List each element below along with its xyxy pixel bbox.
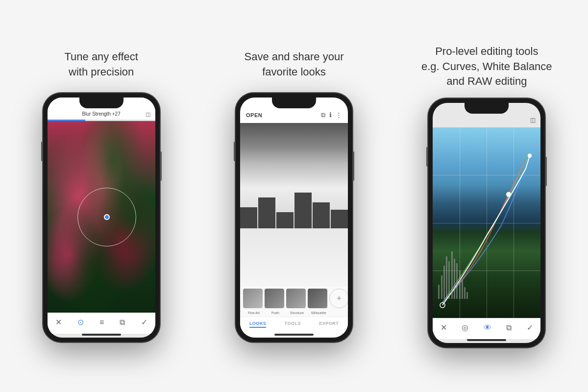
phone-2-screen: OPEN ⧉ ℹ ⋮ [240, 98, 348, 338]
caption-1-line2: with precision [69, 66, 134, 78]
nature-curves-image [433, 127, 540, 318]
cancel-icon[interactable]: ✕ [55, 318, 62, 327]
phone-3-screen: ◫ [433, 103, 540, 343]
phone1-screen: Blur Strength +27 ◫ [48, 98, 155, 338]
compare-icon-3: ◫ [530, 117, 536, 123]
eye-icon[interactable]: 👁 [484, 323, 491, 332]
phone2-bottom-nav: LOOKS TOOLS EXPORT [240, 317, 348, 334]
home-bar-3 [467, 339, 506, 341]
notch-2 [272, 98, 316, 108]
nav-looks[interactable]: LOOKS [249, 321, 267, 328]
curves-icon[interactable]: ◎ [462, 323, 468, 332]
phone-section-1: Tune any effect with precision Blur Stre… [11, 49, 192, 343]
look-thumb-2[interactable] [265, 289, 284, 308]
look-label-structure: Structure [286, 311, 308, 315]
look-label-fine-art: Fine Art [243, 311, 265, 315]
curve-midpoint-dot [506, 192, 511, 197]
blur-dot-handle[interactable] [104, 214, 110, 220]
main-container: Tune any effect with precision Blur Stre… [0, 0, 588, 392]
caption-2-line2: favorite looks [262, 66, 326, 78]
caption-2-line1: Save and share your [244, 50, 343, 63]
look-thumb-1[interactable] [243, 289, 263, 308]
caption-3: Pro-level editing tools e.g. Curves, Whi… [421, 44, 552, 89]
blur-circle[interactable] [77, 188, 136, 246]
blur-tool-icon[interactable]: ⊙ [77, 318, 84, 327]
phone-section-3: Pro-level editing tools e.g. Curves, Whi… [396, 44, 577, 348]
cancel-icon-3[interactable]: ✕ [441, 323, 447, 332]
blur-strength-label: Blur Strength +27 [82, 111, 121, 117]
phone-section-2: Save and share your favorite looks OPEN … [203, 49, 385, 343]
flower-image [48, 121, 155, 313]
phone3-toolbar: ✕ ◎ 👁 ⧉ ✓ [433, 318, 540, 339]
phone1-toolbar: ✕ ⊙ ≡ ⧉ ✓ [48, 313, 155, 334]
open-label[interactable]: OPEN [246, 112, 262, 118]
nav-export[interactable]: EXPORT [319, 321, 339, 328]
caption-1-line1: Tune any effect [64, 50, 138, 63]
phone2-screen: OPEN ⧉ ℹ ⋮ [240, 98, 348, 338]
caption-2: Save and share your favorite looks [244, 49, 343, 84]
look-thumb-3[interactable] [286, 289, 306, 308]
compare-icon: ◫ [146, 111, 150, 118]
bw-city-image [240, 123, 348, 285]
caption-3-line3: and RAW editing [446, 75, 527, 87]
histogram [438, 251, 470, 299]
phone-1: Blur Strength +27 ◫ [43, 93, 160, 343]
add-look-button[interactable]: + [329, 289, 348, 308]
looks-strip: + [240, 285, 348, 310]
notch-3 [465, 103, 509, 114]
home-bar-1 [82, 334, 121, 336]
more-icon[interactable]: ⋮ [336, 111, 342, 119]
layers-icon-2[interactable]: ⧉ [321, 111, 325, 119]
nav-tools[interactable]: TOOLS [285, 321, 301, 328]
adjustments-icon[interactable]: ≡ [99, 318, 104, 327]
caption-3-line2: e.g. Curves, White Balance [421, 60, 552, 73]
look-thumb-4[interactable] [308, 289, 327, 308]
phone2-top-icons: ⧉ ℹ ⋮ [321, 111, 342, 119]
layers-icon-3[interactable]: ⧉ [506, 323, 512, 332]
phone-2: OPEN ⧉ ℹ ⋮ [235, 93, 353, 343]
look-label-push: Push [265, 311, 286, 315]
look-label-silhouette: Silhouette [308, 311, 329, 315]
layers-icon[interactable]: ⧉ [120, 318, 125, 327]
home-bar-2 [274, 334, 314, 336]
snow-ground [240, 228, 348, 285]
phone3-screen: ◫ [433, 103, 540, 343]
confirm-icon-3[interactable]: ✓ [527, 323, 533, 332]
info-icon[interactable]: ℹ [329, 111, 332, 119]
notch-1 [79, 98, 123, 108]
curve-end-dot [528, 154, 532, 158]
look-labels: Fine Art Push Structure Silhouette [240, 310, 348, 317]
confirm-icon[interactable]: ✓ [141, 318, 147, 327]
phone-1-screen: Blur Strength +27 ◫ [48, 98, 155, 338]
phone-3: ◫ [428, 98, 545, 348]
caption-1: Tune any effect with precision [64, 49, 138, 84]
caption-3-line1: Pro-level editing tools [435, 45, 538, 57]
